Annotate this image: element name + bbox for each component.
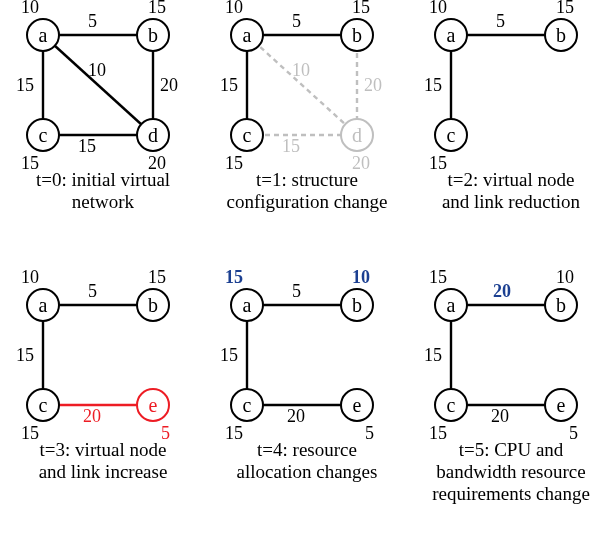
node-c-weight: 15 [225,423,243,444]
panel-t1: 5 10 20 15 15 a b c d 10 15 15 20 t=1: s… [207,5,407,213]
edge-ab-label: 5 [292,281,301,302]
edge-bd-label: 20 [364,75,382,96]
node-b-weight: 10 [352,267,370,288]
node-c-weight: 15 [225,153,243,174]
node-e: e [340,388,374,422]
node-a: a [434,288,468,322]
panel-t3: 5 15 20 a b c e 10 15 15 5 t=3: virtual … [3,275,203,483]
edge-ab-label: 5 [496,11,505,32]
graph-t5: 20 15 20 a b c e 15 10 15 5 [421,275,601,435]
node-e-label: e [353,395,362,415]
edge-ad [43,35,153,135]
node-e-weight: 5 [161,423,170,444]
diagram-page: { "chart_data": [ { "id": "t0", "caption… [0,0,614,548]
edge-ab-label: 5 [292,11,301,32]
node-b-label: b [352,25,362,45]
node-b-weight: 15 [148,267,166,288]
node-e: e [136,388,170,422]
caption-t4: t=4: resource allocation changes [207,439,407,483]
edge-ab-label: 20 [493,281,511,302]
node-a: a [230,288,264,322]
node-a-weight: 15 [429,267,447,288]
edge-bd-label: 20 [160,75,178,96]
caption-t1: t=1: structure configuration change [207,169,407,213]
node-c: c [230,388,264,422]
node-c-weight: 15 [429,153,447,174]
node-a: a [26,18,60,52]
node-a-weight: 10 [225,0,243,18]
node-b-label: b [556,295,566,315]
node-c: c [26,118,60,152]
node-b: b [544,18,578,52]
node-b-label: b [352,295,362,315]
node-a-weight: 10 [21,267,39,288]
node-b-weight: 15 [556,0,574,18]
node-c: c [434,388,468,422]
node-a-label: a [243,25,252,45]
graph-t1: 5 10 20 15 15 a b c d 10 15 15 20 [217,5,397,165]
edge-ce-label: 20 [491,406,509,427]
node-b: b [340,18,374,52]
panel-t2: 5 15 a b c 10 15 15 t=2: virtual node an… [411,5,611,213]
node-b: b [340,288,374,322]
node-d: d [340,118,374,152]
node-d: d [136,118,170,152]
node-a-weight: 10 [429,0,447,18]
node-b: b [544,288,578,322]
node-c-label: c [39,395,48,415]
edge-cd-label: 15 [78,136,96,157]
node-d-weight: 20 [148,153,166,174]
node-b-label: b [556,25,566,45]
node-c-label: c [447,395,456,415]
node-c-label: c [39,125,48,145]
edge-ac-label: 15 [220,75,238,96]
node-a-weight: 10 [21,0,39,18]
edge-ad-label: 10 [292,60,310,81]
node-a: a [434,18,468,52]
node-c-weight: 15 [21,423,39,444]
node-a: a [230,18,264,52]
edge-ab-label: 5 [88,11,97,32]
node-c: c [26,388,60,422]
node-b-weight: 15 [148,0,166,18]
node-c-label: c [243,125,252,145]
node-a-label: a [39,25,48,45]
graph-t4: 5 15 20 a b c e 15 10 15 5 [217,275,397,435]
node-e: e [544,388,578,422]
node-d-label: d [352,125,362,145]
panel-t0: 5 10 20 15 15 a b c d 10 15 15 20 t=0: i… [3,5,203,213]
node-b-label: b [148,25,158,45]
node-c: c [230,118,264,152]
edge-ad-label: 10 [88,60,106,81]
edge-ce-label: 20 [83,406,101,427]
node-a: a [26,288,60,322]
node-a-label: a [39,295,48,315]
node-a-label: a [243,295,252,315]
caption-t0: t=0: initial virtual network [3,169,203,213]
edge-ac-label: 15 [220,345,238,366]
caption-t2: t=2: virtual node and link reduction [411,169,611,213]
node-b: b [136,288,170,322]
edge-ac-label: 15 [424,75,442,96]
node-e-weight: 5 [569,423,578,444]
node-a-label: a [447,25,456,45]
panel-t5: 20 15 20 a b c e 15 10 15 5 t=5: CPU and… [411,275,611,505]
node-d-label: d [148,125,158,145]
node-d-weight: 20 [352,153,370,174]
caption-t3: t=3: virtual node and link increase [3,439,203,483]
node-b-weight: 15 [352,0,370,18]
edge-ac-label: 15 [16,345,34,366]
node-a-weight: 15 [225,267,243,288]
edge-ce-label: 20 [287,406,305,427]
node-e-label: e [557,395,566,415]
graph-t2: 5 15 a b c 10 15 15 [421,5,601,165]
node-c-label: c [447,125,456,145]
node-e-label: e [149,395,158,415]
caption-t5: t=5: CPU and bandwidth resource requirem… [411,439,611,505]
edge-ad [247,35,357,135]
edge-ac-label: 15 [16,75,34,96]
node-a-label: a [447,295,456,315]
node-b-weight: 10 [556,267,574,288]
panel-t4: 5 15 20 a b c e 15 10 15 5 t=4: resource… [207,275,407,483]
node-b-label: b [148,295,158,315]
